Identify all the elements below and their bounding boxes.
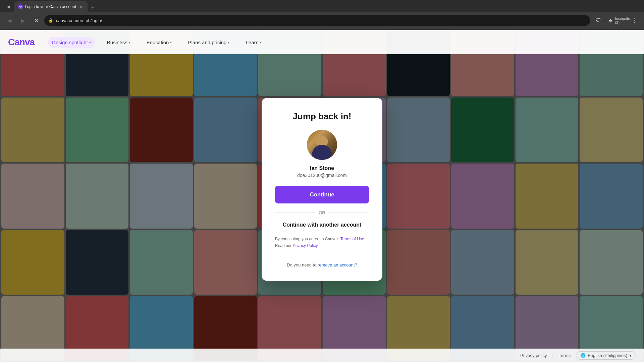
privacy-policy-link[interactable]: Privacy Policy [293,243,318,248]
tab-title: Login to your Canva account [25,4,76,9]
security-icon: 🔒 [48,18,53,23]
shield-icon[interactable]: 🛡 [593,15,604,26]
url-text: canva.com/en_ph/login/ [56,18,102,23]
browser-toolbar: ◀ ▶ ✕ 🔒 canva.com/en_ph/login/ 🛡 ★ Incog… [0,12,644,29]
modal-title: Jump back in! [275,111,369,122]
new-tab-btn[interactable]: + [88,3,98,12]
user-email: doe301200@gmail.com [275,173,369,178]
profile-icon[interactable]: Incognito (2) [617,15,628,26]
tab-bar: ◀ ⟳ Login to your Canva account ✕ + [0,0,644,12]
remove-account-link[interactable]: remove an account? [318,262,357,267]
modal-overlay: Jump back in! Ian Stone doe301200@gmail.… [0,30,644,349]
avatar-image [307,130,337,160]
active-tab[interactable]: ⟳ Login to your Canva account ✕ [14,1,88,12]
back-btn[interactable]: ◀ [4,15,15,26]
divider-line-right [329,213,369,213]
user-avatar [307,130,337,160]
terms-of-use-link[interactable]: Terms of Use [340,237,364,241]
tab-back-btn[interactable]: ◀ [3,1,13,12]
chevron-down-icon: ▾ [629,353,632,358]
menu-icon[interactable]: ⋮ [629,15,640,26]
divider-line-left [275,213,315,213]
or-text: OR [319,210,325,215]
login-modal: Jump back in! Ian Stone doe301200@gmail.… [262,98,382,281]
browser-chrome: ◀ ⟳ Login to your Canva account ✕ + ◀ ▶ … [0,0,644,30]
language-label: English (Philippines) [588,353,627,358]
language-selector[interactable]: 🌐 English (Philippines) ▾ [576,351,636,360]
footer: Privacy policy | Terms 🌐 English (Philip… [0,349,644,362]
or-divider: OR [275,210,369,215]
terms-text: By continuing, you agree to Canva's Term… [275,236,369,249]
forward-btn[interactable]: ▶ [17,15,28,26]
remove-account-text: Do you need to remove an account? [275,262,369,267]
user-name: Ian Stone [275,165,369,171]
address-bar[interactable]: 🔒 canva.com/en_ph/login/ [44,15,590,26]
terms-footer-link[interactable]: Terms [559,353,571,358]
continue-button[interactable]: Continue [275,186,369,203]
privacy-policy-footer-link[interactable]: Privacy policy [520,353,547,358]
globe-icon: 🌐 [580,353,586,358]
another-account-link[interactable]: Continue with another account [275,222,369,228]
tab-close-btn[interactable]: ✕ [78,4,84,9]
footer-divider: | [552,353,553,358]
browser-actions: 🛡 ★ Incognito (2) ⋮ [593,15,640,26]
tab-loading-indicator: ⟳ [18,4,23,9]
bookmark-icon[interactable]: ★ [605,15,616,26]
reload-btn[interactable]: ✕ [31,15,42,26]
